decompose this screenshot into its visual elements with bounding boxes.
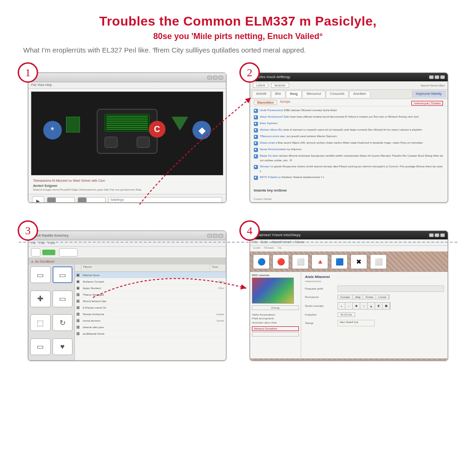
sub-menubar[interactable]: CodteFitmedsOa bbox=[250, 246, 448, 251]
sidebar-icon[interactable]: ▭ bbox=[53, 291, 73, 307]
toolbar-big-icon[interactable]: ⬜ bbox=[292, 254, 309, 269]
checkbox-icon[interactable] bbox=[254, 115, 258, 119]
status-field: tstartings bbox=[108, 197, 222, 203]
file-row[interactable]: ▦Iscmd termsrnSmrth bbox=[75, 317, 226, 324]
checkbox-icon[interactable] bbox=[254, 128, 258, 132]
file-row[interactable]: ▣Marhort Sons bbox=[75, 272, 226, 278]
tab-right[interactable]: Imyerumn Nereity bbox=[412, 91, 446, 98]
toolbar: Letent teramer Sewrnl Nertert Blan bbox=[250, 81, 448, 90]
checklist-item[interactable]: Nesar Ahnsmnmiteet iny Artpmurr bbox=[254, 147, 444, 152]
toolbar-big-icon[interactable]: ✖ bbox=[350, 254, 367, 269]
checklist: Hode Pouesordcol 208b loettoen Muened co… bbox=[250, 106, 448, 184]
toggle-switch-2[interactable] bbox=[78, 197, 106, 203]
toolbar-button-2[interactable] bbox=[59, 248, 78, 257]
file-row[interactable]: ▦6 Premer mentl On bbox=[75, 304, 226, 311]
tab-label[interactable]: An Ssrottlcnd bbox=[35, 260, 54, 263]
download-button[interactable]: Dnsog bbox=[252, 305, 299, 310]
checklist-item[interactable]: Alstrest cillons Bry tarte el inamost ro… bbox=[254, 128, 444, 132]
window-controls[interactable] bbox=[429, 75, 445, 79]
panel-3: 3 Shodl Rasttle Ibrechey FieFileFere ●An… bbox=[28, 231, 226, 361]
tab-3[interactable]: Mersomot bbox=[302, 91, 325, 98]
sidebar-icon[interactable]: ▭ bbox=[30, 266, 51, 283]
file-list-main: Flemer Toue ▣Marhort Sons▣Scthems Coment… bbox=[75, 264, 226, 361]
option-tabs[interactable]: CosopeofegFonesLmoot bbox=[337, 295, 390, 299]
big-icon-toolbar: 🔵🔴⬜🔺🟦✖⬜ bbox=[250, 251, 448, 272]
sidebar-icon[interactable]: ♥ bbox=[53, 338, 73, 355]
toolbar-big-icon[interactable]: 🔴 bbox=[272, 254, 289, 269]
window-controls[interactable] bbox=[207, 234, 223, 238]
sidebar-icon[interactable]: ↻ bbox=[53, 314, 73, 331]
icon-picker[interactable]: ▪▫◆○▲◐◼ bbox=[337, 302, 390, 310]
window-controls[interactable] bbox=[207, 76, 223, 79]
file-row[interactable]: ▣Aptes SumtentFthn bbox=[75, 285, 226, 291]
checklist-item[interactable]: Alaon Nmantsnocf Sole hose twas offerast… bbox=[254, 115, 444, 119]
tab-2[interactable]: Itsng bbox=[286, 91, 302, 98]
green-chip-left bbox=[66, 117, 80, 132]
file-row[interactable]: ▦wheme ofes prev bbox=[75, 324, 226, 331]
text-input[interactable] bbox=[337, 285, 444, 292]
file-row[interactable]: ▦Terwes Fonbomemeete bbox=[75, 311, 226, 317]
checkbox-icon[interactable] bbox=[254, 165, 258, 169]
tab-0[interactable]: Antrdtll bbox=[252, 91, 271, 98]
checklist-item[interactable]: Eces Topinest: bbox=[254, 121, 444, 126]
text-input[interactable]: Hen Gloe4 Uot bbox=[337, 320, 375, 326]
subtab-0[interactable]: Nianmitten bbox=[254, 100, 277, 105]
file-row[interactable]: ▦Worrst fentsort titer bbox=[75, 298, 226, 304]
side-box-1[interactable]: Werteod Sontalitns bbox=[252, 326, 299, 331]
side-box-2[interactable] bbox=[252, 332, 299, 337]
footer-seg-2: Newerl Sorntt bbox=[298, 360, 319, 361]
toolbar-button[interactable] bbox=[31, 248, 40, 257]
checklist-item[interactable]: Baqta Tor tetnt nemew rBrtone Amtimeet N… bbox=[254, 154, 444, 163]
checkbox-icon[interactable] bbox=[254, 135, 258, 139]
sidebar-icon[interactable]: ▭ bbox=[30, 338, 51, 355]
play-button[interactable]: ▶ bbox=[32, 196, 44, 203]
bluetooth-icon-left: * bbox=[43, 121, 62, 139]
red-badge-icon: C bbox=[149, 121, 165, 138]
caption-line-3: Steend tmages hemt Phued04 Dtgte Usthonp… bbox=[28, 188, 226, 194]
dropdown-2[interactable]: teramer bbox=[271, 83, 289, 88]
checkbox-icon[interactable] bbox=[254, 141, 258, 145]
device-button-right bbox=[137, 137, 150, 148]
checkbox-icon[interactable] bbox=[254, 109, 258, 113]
toolbar-big-icon[interactable]: ⬜ bbox=[370, 254, 387, 269]
window-controls[interactable] bbox=[429, 233, 445, 237]
bluetooth-icon-right: ◆ bbox=[192, 121, 211, 139]
tab-1[interactable]: Bfre bbox=[271, 91, 285, 98]
tab-4[interactable]: Cmsounts bbox=[326, 91, 349, 98]
checklist-item[interactable]: Hode Pouesordcol 208b loettoen Muened co… bbox=[254, 108, 444, 113]
dropdown-1[interactable]: Letent bbox=[253, 83, 268, 88]
checkbox-icon[interactable] bbox=[254, 122, 258, 126]
file-row[interactable]: ▦andttlaonte frome bbox=[75, 331, 226, 337]
sidebar-icon[interactable]: ⬚ bbox=[30, 314, 51, 331]
file-row[interactable]: ▣Scthems ComentFthn bbox=[75, 278, 226, 285]
menubar[interactable]: HoGoteAszenlt nmertNewer bbox=[250, 239, 448, 246]
form-subtitle: mesernnoms bbox=[305, 280, 444, 283]
checkbox-icon[interactable] bbox=[254, 148, 258, 152]
tab-5[interactable]: Ancritem bbox=[349, 91, 370, 98]
titlebar: Antofes Insoll deffimqy bbox=[250, 73, 448, 81]
checklist-item[interactable]: TBecoust oismt sten, ton praoth sand ter… bbox=[254, 134, 444, 139]
menubar[interactable]: File View Help bbox=[28, 82, 226, 89]
checklist-item[interactable]: Diloes rpnet a Boe seorrs Repm 240, tems… bbox=[254, 141, 444, 145]
caption-line-1: Tilemastoms M Attorwel no Weel Shmer wit… bbox=[28, 178, 226, 183]
page-description: What I'm eroplerrüts with EL327 Peıl lik… bbox=[19, 46, 457, 54]
sidebar-icon[interactable]: ▭ bbox=[53, 266, 73, 283]
toggle-switch[interactable] bbox=[47, 197, 75, 203]
device-button-left bbox=[105, 137, 118, 148]
page-title: Troubles the Common ELM337 m Pasiclyle, bbox=[19, 14, 457, 29]
checklist-item[interactable]: Shmae f or greols Rosponme miners ormth … bbox=[254, 165, 444, 173]
checklist-item[interactable]: #STS Tntteelt ou thanless Yeteeot ietasl… bbox=[254, 175, 444, 180]
checkbox-icon[interactable] bbox=[254, 176, 258, 180]
toolbar-big-icon[interactable]: 🔺 bbox=[311, 254, 328, 269]
file-rows: ▣Marhort Sons▣Scthems ComentFthn▣Aptes S… bbox=[75, 272, 226, 361]
small-value[interactable]: R.OO Fe bbox=[337, 312, 355, 317]
checkbox-icon[interactable] bbox=[254, 154, 258, 159]
form-row: TeengrHen Gloe4 Uot bbox=[305, 320, 444, 326]
toolbar-big-icon[interactable]: 🟦 bbox=[331, 254, 348, 269]
sidebar-icon[interactable]: ✚ bbox=[30, 291, 51, 307]
file-row[interactable]: ▦Tharou Semcgatl bbox=[75, 291, 226, 298]
green-triangle-icon bbox=[172, 117, 188, 131]
tab-bar: Antrdtll Bfre Itsng Mersomot Cmsounts An… bbox=[250, 90, 448, 99]
toolbar-big-icon[interactable]: 🔵 bbox=[253, 254, 270, 269]
subtab-1[interactable]: Sompe bbox=[280, 100, 290, 105]
